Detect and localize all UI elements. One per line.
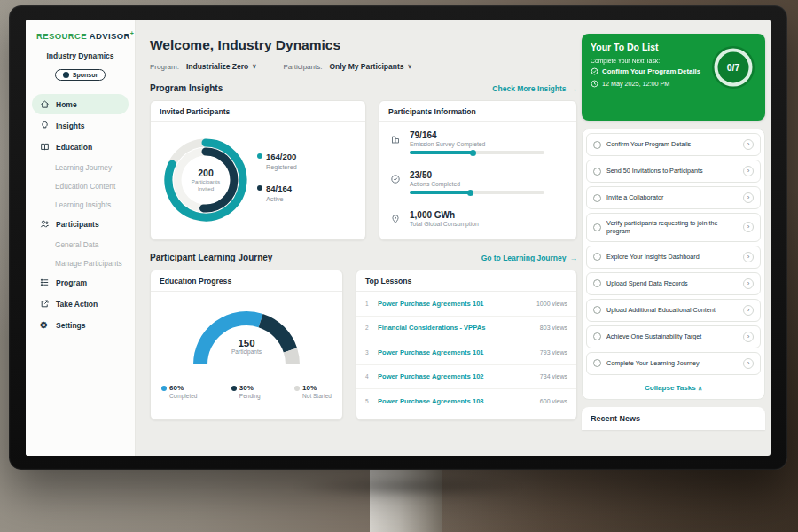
chevron-right-icon[interactable]: › bbox=[743, 192, 754, 203]
task-checkbox[interactable] bbox=[593, 223, 601, 231]
stat-value: 23/50 bbox=[410, 170, 566, 180]
task-row[interactable]: Complete Your Learning Journey › bbox=[586, 352, 761, 375]
learning-journey-title: Participant Learning Journey bbox=[150, 253, 272, 262]
stat-label: Emission Survey Completed bbox=[410, 141, 566, 147]
chevron-right-icon[interactable]: › bbox=[743, 139, 754, 150]
lesson-rank: 2 bbox=[365, 325, 378, 331]
legend-dot bbox=[231, 386, 237, 391]
sidebar-item-label: Education bbox=[56, 143, 92, 152]
task-row[interactable]: Upload Additional Educational Content › bbox=[586, 299, 761, 322]
task-checkbox[interactable] bbox=[593, 279, 601, 287]
task-checkbox[interactable] bbox=[593, 168, 601, 176]
participants-select[interactable]: Only My Participants ∨ bbox=[329, 62, 411, 71]
lesson-views: 734 views bbox=[540, 373, 567, 379]
task-checkbox[interactable] bbox=[593, 359, 601, 367]
sidebar-item-take-action[interactable]: Take Action bbox=[32, 293, 129, 314]
sidebar-item-label: Learning Insights bbox=[55, 200, 111, 209]
task-checkbox[interactable] bbox=[593, 332, 601, 340]
sidebar-item-label: Program bbox=[56, 278, 87, 287]
chevron-right-icon[interactable]: › bbox=[743, 166, 754, 176]
lesson-rank: 5 bbox=[365, 398, 378, 404]
lesson-link[interactable]: Power Purchase Agreements 103 bbox=[378, 397, 540, 405]
task-label: Upload Spend Data Records bbox=[606, 279, 738, 287]
sidebar-item-insights[interactable]: Insights bbox=[32, 115, 129, 136]
program-filter-label: Program: bbox=[150, 63, 179, 71]
chevron-up-icon: ∧ bbox=[698, 385, 702, 391]
lesson-link[interactable]: Power Purchase Agreements 101 bbox=[378, 300, 536, 308]
task-row[interactable]: Verify participants requesting to join t… bbox=[586, 213, 761, 242]
sidebar-item-general-data[interactable]: General Data bbox=[26, 235, 135, 254]
todo-next-task[interactable]: Confirm Your Program Details bbox=[591, 67, 710, 75]
sponsor-badge[interactable]: Sponsor bbox=[55, 69, 106, 81]
take-action-icon bbox=[40, 299, 50, 309]
sidebar-item-program[interactable]: Program bbox=[32, 272, 129, 293]
chevron-right-icon[interactable]: › bbox=[743, 278, 754, 289]
sidebar-item-learning-journey[interactable]: Learning Journey bbox=[26, 158, 135, 176]
sidebar-item-manage-participants[interactable]: Manage Participants bbox=[26, 254, 135, 272]
chevron-right-icon[interactable]: › bbox=[743, 305, 754, 316]
chevron-right-icon[interactable]: › bbox=[743, 332, 754, 342]
sidebar-item-label: Participants bbox=[56, 220, 99, 229]
card-title: Top Lessons bbox=[356, 270, 576, 292]
recent-news-header[interactable]: Recent News bbox=[582, 407, 765, 430]
legend-dot bbox=[294, 386, 300, 391]
sidebar-item-settings[interactable]: ⚙ Settings bbox=[32, 315, 129, 335]
clock-icon bbox=[591, 80, 598, 88]
task-row[interactable]: Confirm Your Program Details › bbox=[586, 133, 761, 156]
go-to-learning-journey-link[interactable]: Go to Learning Journey → bbox=[481, 254, 577, 262]
lesson-link[interactable]: Power Purchase Agreements 102 bbox=[378, 372, 540, 380]
lesson-rank: 1 bbox=[365, 301, 378, 307]
task-row[interactable]: Achieve One Sustainability Target › bbox=[586, 325, 761, 348]
legend-dot bbox=[161, 386, 167, 391]
task-checkbox[interactable] bbox=[593, 141, 601, 149]
todo-panel: Your To Do List Complete Your Next Task:… bbox=[582, 34, 765, 430]
lesson-views: 793 views bbox=[540, 349, 567, 356]
stat-label: Actions Completed bbox=[410, 181, 566, 187]
legend-item: 84/164 Active bbox=[257, 184, 297, 203]
lesson-row: 3 Power Purchase Agreements 101 793 view… bbox=[356, 340, 576, 365]
legend-label: Pending bbox=[239, 393, 261, 399]
chevron-right-icon[interactable]: › bbox=[743, 222, 754, 232]
card-title: Invited Participants bbox=[151, 101, 365, 122]
legend-value: 164/200 bbox=[266, 152, 296, 161]
sidebar-item-label: Education Content bbox=[55, 182, 115, 191]
stat-row: 23/50 Actions Completed bbox=[379, 162, 576, 202]
task-checkbox[interactable] bbox=[593, 194, 601, 202]
legend-label: Not Started bbox=[302, 393, 332, 399]
sidebar-item-label: General Data bbox=[55, 240, 98, 249]
lesson-link[interactable]: Financial Considerations - VPPAs bbox=[378, 324, 540, 332]
sidebar-item-home[interactable]: Home bbox=[32, 94, 129, 114]
check-circle-icon bbox=[591, 67, 598, 75]
sidebar-item-education-content[interactable]: Education Content bbox=[26, 176, 135, 195]
consumption-icon bbox=[390, 212, 401, 223]
lesson-row: 1 Power Purchase Agreements 101 1000 vie… bbox=[356, 292, 576, 317]
task-row[interactable]: Upload Spend Data Records › bbox=[586, 272, 761, 295]
program-select[interactable]: Industrialize Zero ∨ bbox=[186, 62, 257, 71]
legend-label: Completed bbox=[169, 393, 197, 399]
survey-icon bbox=[390, 132, 401, 143]
card-title: Participants Information bbox=[379, 101, 576, 122]
sidebar-item-education[interactable]: Education bbox=[32, 137, 129, 157]
task-checkbox[interactable] bbox=[593, 306, 601, 314]
sidebar-item-participants[interactable]: Participants bbox=[32, 214, 129, 234]
arrow-right-icon: → bbox=[570, 84, 578, 93]
lesson-views: 1000 views bbox=[536, 301, 567, 307]
chevron-right-icon[interactable]: › bbox=[743, 252, 754, 262]
lesson-link[interactable]: Power Purchase Agreements 101 bbox=[378, 348, 540, 356]
program-select-value: Industrialize Zero bbox=[186, 62, 248, 71]
chevron-down-icon: ∨ bbox=[252, 63, 256, 70]
todo-progress-value: 0/7 bbox=[710, 44, 756, 90]
invited-participants-card: Invited Participants 200 Partic bbox=[150, 100, 366, 240]
chevron-down-icon: ∨ bbox=[408, 63, 412, 70]
collapse-tasks-link[interactable]: Collapse Tasks ∧ bbox=[586, 379, 761, 395]
lesson-row: 4 Power Purchase Agreements 102 734 view… bbox=[356, 365, 576, 390]
sidebar-item-learning-insights[interactable]: Learning Insights bbox=[26, 195, 135, 214]
task-label: Upload Additional Educational Content bbox=[606, 306, 738, 314]
chevron-right-icon[interactable]: › bbox=[743, 358, 754, 369]
task-row[interactable]: Explore Your Insights Dashboard › bbox=[586, 246, 761, 269]
task-row[interactable]: Send 50 Invitations to Participants › bbox=[586, 160, 761, 183]
sidebar-item-label: Home bbox=[56, 100, 77, 109]
task-row[interactable]: Invite a Collaborator › bbox=[586, 186, 761, 209]
task-checkbox[interactable] bbox=[593, 253, 601, 261]
check-more-insights-link[interactable]: Check More Insights → bbox=[492, 84, 577, 93]
